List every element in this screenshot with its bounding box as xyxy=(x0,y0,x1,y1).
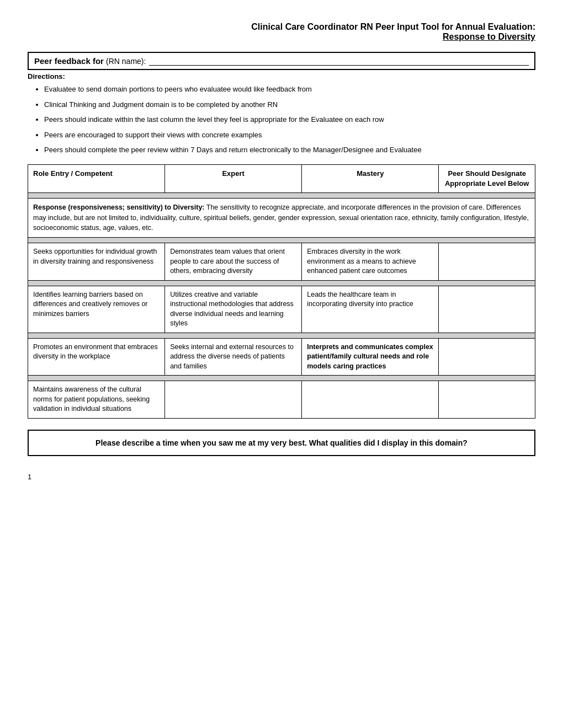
row2-mastery: Leads the healthcare team in incorporati… xyxy=(302,286,439,333)
directions-item-3: Peers should indicate within the last co… xyxy=(44,114,535,125)
directions-item-5: Peers should complete the peer review wi… xyxy=(44,144,535,156)
header-entry: Role Entry / Competent xyxy=(28,164,165,192)
bottom-box: Please describe a time when you saw me a… xyxy=(28,430,535,456)
gray-separator-3 xyxy=(28,280,535,286)
table-row: Promotes an environment that embraces di… xyxy=(28,338,535,376)
header-mastery: Mastery xyxy=(302,164,439,192)
page-number: 1 xyxy=(28,473,535,481)
directions-item-2: Clinical Thinking and Judgment domain is… xyxy=(44,99,535,110)
row3-mastery-bold: Interprets and communicates complex pati… xyxy=(302,338,439,376)
header-peer: Peer Should Designate Appropriate Level … xyxy=(439,164,535,192)
main-title: Clinical Care Coordinator RN Peer Input … xyxy=(28,22,535,32)
row1-entry: Seeks opportunities for individual growt… xyxy=(28,243,165,281)
directions-item-4: Peers are encouraged to support their vi… xyxy=(44,130,535,141)
row1-peer[interactable] xyxy=(439,243,535,281)
row3-expert: Seeks internal and external resources to… xyxy=(165,338,302,376)
rn-name-input[interactable] xyxy=(149,56,529,66)
table-row: Seeks opportunities for individual growt… xyxy=(28,243,535,281)
row3-peer[interactable] xyxy=(439,338,535,376)
row2-entry: Identifies learning barriers based on di… xyxy=(28,286,165,333)
row4-mastery xyxy=(302,381,439,419)
description-bold: Response (responsiveness; sensitivity) t… xyxy=(33,204,205,211)
gray-separator-4 xyxy=(28,333,535,338)
row4-entry: Maintains awareness of the cultural norm… xyxy=(28,381,165,419)
table-row: Identifies learning barriers based on di… xyxy=(28,286,535,333)
page-header: Clinical Care Coordinator RN Peer Input … xyxy=(28,22,535,42)
eval-table: Role Entry / Competent Expert Mastery Pe… xyxy=(28,164,535,419)
description-row: Response (responsiveness; sensitivity) t… xyxy=(28,198,535,237)
gray-separator-1 xyxy=(28,192,535,198)
row2-expert: Utilizes creative and variable instructi… xyxy=(165,286,302,333)
directions-item-1: Evaluatee to send domain portions to pee… xyxy=(44,84,535,95)
row2-peer[interactable] xyxy=(439,286,535,333)
peer-feedback-row: Peer feedback for (RN name): xyxy=(28,52,535,70)
row1-mastery: Embraces diversity in the work environme… xyxy=(302,243,439,281)
table-row: Maintains awareness of the cultural norm… xyxy=(28,381,535,419)
row4-expert xyxy=(165,381,302,419)
row3-mastery-text: Interprets and communicates complex pati… xyxy=(307,343,433,370)
description-cell: Response (responsiveness; sensitivity) t… xyxy=(28,198,535,237)
gray-separator-2 xyxy=(28,238,535,243)
row4-peer[interactable] xyxy=(439,381,535,419)
directions-label: Directions: xyxy=(28,72,535,81)
peer-feedback-sublabel: (RN name): xyxy=(106,57,146,66)
sub-title: Response to Diversity xyxy=(28,32,535,42)
bottom-box-text: Please describe a time when you saw me a… xyxy=(95,438,468,447)
row1-expert: Demonstrates team values that orient peo… xyxy=(165,243,302,281)
peer-feedback-label: Peer feedback for (RN name): xyxy=(34,56,146,66)
row3-entry: Promotes an environment that embraces di… xyxy=(28,338,165,376)
gray-separator-5 xyxy=(28,376,535,381)
directions-list: Evaluatee to send domain portions to pee… xyxy=(44,84,535,156)
header-expert: Expert xyxy=(165,164,302,192)
